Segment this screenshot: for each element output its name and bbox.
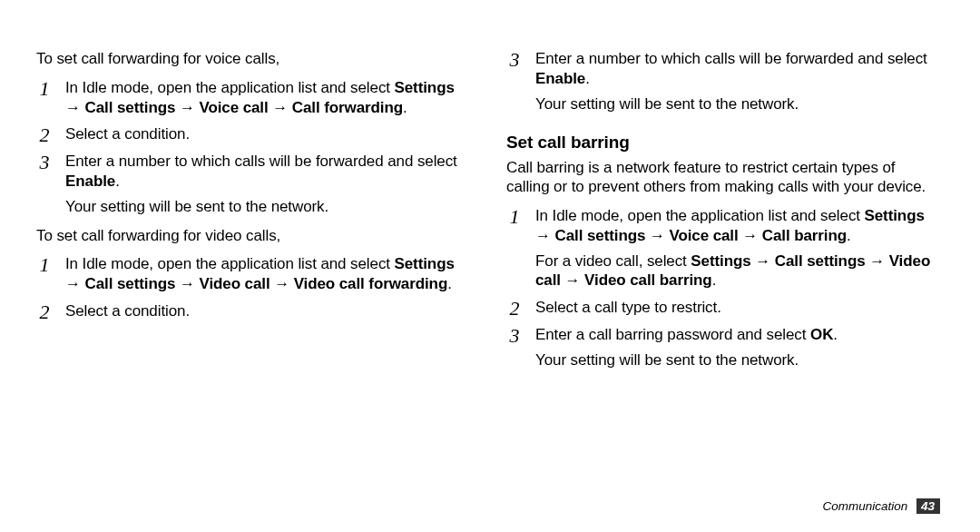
- list-item: 3 Enter a number to which calls will be …: [506, 49, 933, 113]
- text: .: [712, 271, 717, 289]
- text: .: [447, 275, 452, 292]
- text: Enter a number to which calls will be fo…: [65, 153, 457, 170]
- text: Enter a number to which calls will be fo…: [535, 50, 927, 67]
- text: Enter a call barring password and select: [535, 326, 810, 343]
- page-footer: Communication 43: [822, 498, 940, 514]
- text: In Idle mode, open the application list …: [535, 207, 865, 224]
- left-intro-1: To set call forwarding for voice calls,: [36, 49, 463, 69]
- list-item: 2 Select a condition.: [36, 301, 463, 321]
- step-body: In Idle mode, open the application list …: [65, 78, 463, 118]
- section-heading: Set call barring: [506, 132, 933, 153]
- text: Select a call type to restrict.: [535, 299, 721, 316]
- step-body: In Idle mode, open the application list …: [65, 254, 463, 294]
- step-body: Select a condition.: [65, 301, 463, 321]
- text: .: [847, 227, 851, 244]
- right-list-2: 1 In Idle mode, open the application lis…: [506, 206, 933, 370]
- step-number: 3: [36, 153, 53, 217]
- text-bold: Enable: [535, 70, 585, 87]
- list-item: 2 Select a call type to restrict.: [506, 298, 933, 318]
- step-number: 2: [36, 125, 53, 145]
- step-number: 3: [506, 50, 523, 114]
- text: Your setting will be sent to the network…: [535, 351, 799, 369]
- step-number: 2: [36, 302, 53, 322]
- step-number: 1: [506, 207, 523, 291]
- step-number: 3: [506, 326, 523, 371]
- footer-page-number: 43: [916, 498, 940, 514]
- step-body: Enter a call barring password and select…: [535, 325, 933, 370]
- text-bold: Enable: [65, 172, 115, 190]
- text: Select a condition.: [65, 302, 190, 320]
- text: In Idle mode, open the application list …: [65, 255, 395, 272]
- list-item: 3 Enter a number to which calls will be …: [36, 152, 463, 216]
- text: .: [403, 99, 407, 116]
- text: Your setting will be sent to the network…: [535, 95, 799, 113]
- columns: To set call forwarding for voice calls, …: [36, 49, 944, 379]
- right-intro-1: Call barring is a network feature to res…: [506, 158, 933, 198]
- right-list-1: 3 Enter a number to which calls will be …: [506, 49, 933, 113]
- step-body: Enter a number to which calls will be fo…: [535, 49, 933, 113]
- left-column: To set call forwarding for voice calls, …: [36, 49, 463, 379]
- step-number: 1: [36, 79, 53, 119]
- list-item: 1 In Idle mode, open the application lis…: [36, 78, 463, 118]
- list-item: 3 Enter a call barring password and sele…: [506, 325, 933, 370]
- list-item: 2 Select a condition.: [36, 124, 463, 144]
- footer-section-label: Communication: [822, 499, 907, 513]
- left-list-2: 1 In Idle mode, open the application lis…: [36, 254, 463, 321]
- list-item: 1 In Idle mode, open the application lis…: [36, 254, 463, 294]
- left-intro-2: To set call forwarding for video calls,: [36, 226, 463, 246]
- right-column: 3 Enter a number to which calls will be …: [506, 49, 933, 379]
- left-list-1: 1 In Idle mode, open the application lis…: [36, 78, 463, 217]
- text: In Idle mode, open the application list …: [65, 79, 395, 96]
- text: .: [833, 326, 838, 343]
- text: Your setting will be sent to the network…: [65, 198, 328, 215]
- page: To set call forwarding for voice calls, …: [0, 0, 980, 532]
- text: .: [585, 70, 590, 87]
- step-number: 2: [506, 299, 523, 319]
- step-body: Select a condition.: [65, 124, 463, 144]
- step-body: In Idle mode, open the application list …: [535, 206, 933, 291]
- text: For a video call, select: [535, 252, 691, 270]
- list-item: 1 In Idle mode, open the application lis…: [506, 206, 933, 291]
- text: Select a condition.: [65, 125, 190, 143]
- step-body: Enter a number to which calls will be fo…: [65, 152, 463, 216]
- step-body: Select a call type to restrict.: [535, 298, 933, 318]
- text: .: [115, 172, 120, 190]
- step-number: 1: [36, 255, 53, 295]
- text-bold: OK: [810, 326, 833, 343]
